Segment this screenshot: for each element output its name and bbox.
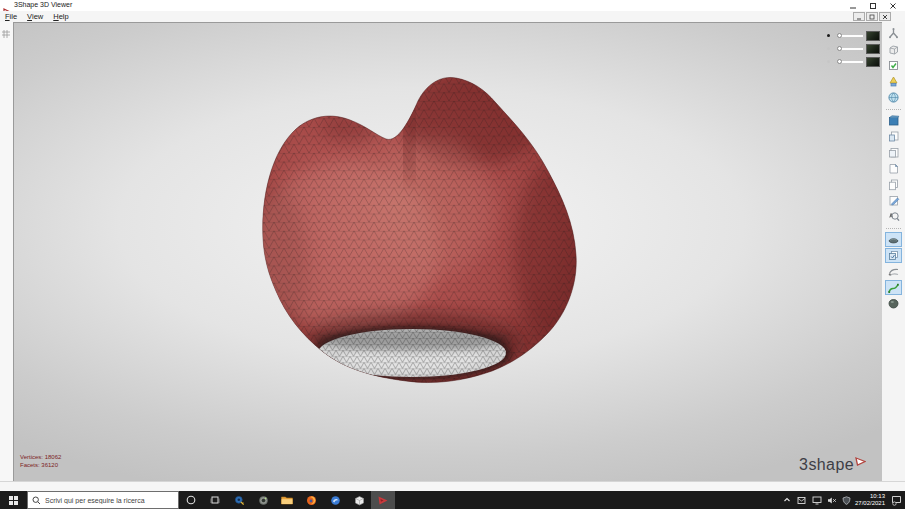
taskbar-search[interactable] xyxy=(27,491,179,509)
page-edit-icon[interactable] xyxy=(885,193,902,208)
layer-panel xyxy=(827,29,880,68)
shell-view-icon[interactable] xyxy=(885,296,902,311)
search-input[interactable] xyxy=(45,497,174,504)
gear-key-app-button[interactable] xyxy=(227,491,251,509)
layer-opacity-slider[interactable] xyxy=(837,59,863,64)
layer-row-3 xyxy=(827,55,880,68)
layer-thumbnail[interactable] xyxy=(866,57,880,67)
brand-logo: 3shape xyxy=(799,457,866,473)
display-tray-icon[interactable] xyxy=(809,491,824,509)
windows-logo-icon xyxy=(9,496,18,505)
viewport-3d[interactable]: Vertices: 18062 Facets: 36120 3shape xyxy=(13,22,882,481)
main-area: Vertices: 18062 Facets: 36120 3shape xyxy=(0,22,905,481)
menu-help[interactable]: Help xyxy=(48,12,73,21)
layer-opacity-slider[interactable] xyxy=(837,46,863,51)
system-tray: 10:13 27/02/2021 xyxy=(779,491,905,509)
layer-active-dot[interactable] xyxy=(827,60,830,63)
solid-view-icon[interactable] xyxy=(885,113,902,128)
status-bar xyxy=(0,481,905,491)
restore-button[interactable] xyxy=(863,0,883,11)
brand-text: 3shape xyxy=(799,457,854,473)
mdi-window-controls xyxy=(853,12,891,21)
toolbar-separator xyxy=(886,228,901,229)
export-lamp-icon[interactable] xyxy=(885,74,902,89)
mdi-close-button[interactable] xyxy=(879,12,891,21)
page-corner-icon[interactable] xyxy=(885,161,902,176)
gear-key-app-icon xyxy=(234,495,245,506)
task-view-icon xyxy=(210,495,220,505)
layer-thumbnail[interactable] xyxy=(866,31,880,41)
brand-arrow-icon xyxy=(855,457,866,467)
camera-app-icon xyxy=(258,495,269,506)
scene-tree-icon[interactable] xyxy=(885,26,902,41)
clock-date: 27/02/2021 xyxy=(855,500,885,507)
file-explorer-button[interactable] xyxy=(275,491,299,509)
search-icon xyxy=(32,496,41,505)
notification-icon xyxy=(891,495,902,506)
window-title: 3Shape 3D Viewer xyxy=(14,1,72,8)
shield-tray-icon[interactable] xyxy=(839,491,854,509)
find-text-icon[interactable] xyxy=(885,209,902,224)
cortana-icon xyxy=(186,495,196,505)
camera-app-button[interactable] xyxy=(251,491,275,509)
layer-opacity-slider[interactable] xyxy=(837,33,863,38)
file-explorer-icon xyxy=(281,495,293,505)
cortana-button[interactable] xyxy=(179,491,203,509)
spline-tool-icon[interactable] xyxy=(885,280,902,295)
measure-tool-icon[interactable] xyxy=(885,264,902,279)
facets-count: Facets: 36120 xyxy=(20,461,61,469)
tooth-mesh-model[interactable] xyxy=(14,23,883,482)
start-button[interactable] xyxy=(0,491,27,509)
surface-view-icon[interactable] xyxy=(885,232,902,247)
pages-stack-icon[interactable] xyxy=(885,145,902,160)
menu-file[interactable]: File xyxy=(0,12,22,21)
clock-time: 10:13 xyxy=(870,493,885,500)
photos-app-button[interactable] xyxy=(323,491,347,509)
taskbar-clock[interactable]: 10:13 27/02/2021 xyxy=(854,491,888,509)
title-bar: 3Shape 3D Viewer xyxy=(0,0,905,11)
firefox-icon xyxy=(306,495,317,506)
validate-checkbox-icon[interactable] xyxy=(885,58,902,73)
minimize-button[interactable] xyxy=(843,0,863,11)
copy-pages-icon[interactable] xyxy=(885,177,902,192)
shape-viewer-icon xyxy=(377,495,389,506)
layer-row-1 xyxy=(827,29,880,42)
app-window: 3Shape 3D Viewer File View Help xyxy=(0,0,905,509)
slider-handle-icon[interactable] xyxy=(837,33,842,38)
left-strip xyxy=(0,22,13,481)
volume-muted-icon[interactable] xyxy=(824,491,839,509)
mesh-stats: Vertices: 18062 Facets: 36120 xyxy=(20,453,61,469)
menu-bar: File View Help xyxy=(0,11,905,22)
copy-page-icon[interactable] xyxy=(885,129,902,144)
menu-view[interactable]: View xyxy=(22,12,48,21)
duplicate-view-icon[interactable] xyxy=(885,248,902,263)
shape-viewer-app-button[interactable] xyxy=(371,491,395,509)
photos-app-icon xyxy=(330,495,341,506)
close-button[interactable] xyxy=(883,0,903,11)
task-view-button[interactable] xyxy=(203,491,227,509)
note-tray-icon[interactable] xyxy=(794,491,809,509)
slider-handle-icon[interactable] xyxy=(837,59,842,64)
child-window-icon xyxy=(2,24,10,42)
firefox-button[interactable] xyxy=(299,491,323,509)
layer-thumbnail[interactable] xyxy=(866,44,880,54)
mdi-restore-button[interactable] xyxy=(866,12,878,21)
hidden-icons-chevron-icon[interactable] xyxy=(779,491,794,509)
layer-active-dot[interactable] xyxy=(827,34,830,37)
bounding-box-icon[interactable] xyxy=(885,42,902,57)
taskbar: 10:13 27/02/2021 xyxy=(0,491,905,509)
layer-active-dot[interactable] xyxy=(827,47,830,50)
vertices-count: Vertices: 18062 xyxy=(20,453,61,461)
cube-app-icon xyxy=(354,495,365,506)
layer-row-2 xyxy=(827,42,880,55)
action-center-button[interactable] xyxy=(888,491,905,509)
cube-app-button[interactable] xyxy=(347,491,371,509)
globe-icon[interactable] xyxy=(885,90,902,105)
slider-handle-icon[interactable] xyxy=(837,46,842,51)
right-toolbar xyxy=(882,22,905,481)
mdi-minimize-button[interactable] xyxy=(853,12,865,21)
toolbar-separator xyxy=(886,109,901,110)
